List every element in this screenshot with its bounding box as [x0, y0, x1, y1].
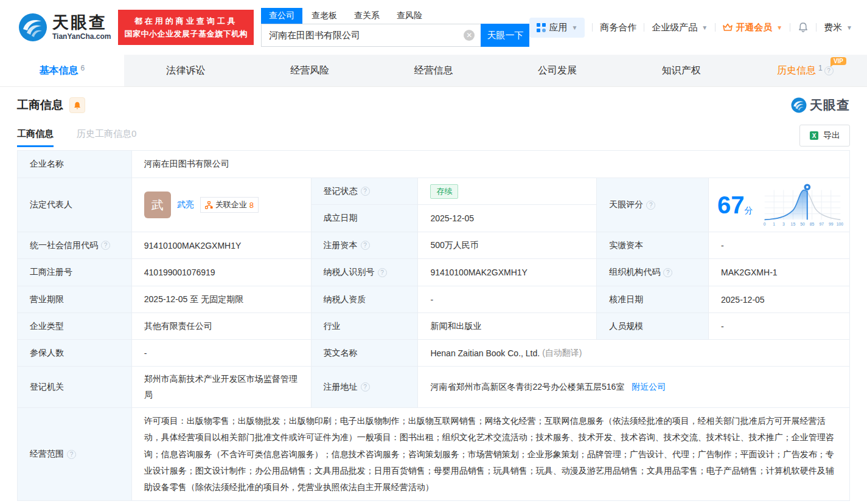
top-nav: 应用 ▼ 商务合作 企业级产品 ▼ 开通会员 ▼ 费米	[529, 18, 852, 38]
table-row: 参保人数 - 英文名称 Henan Zaitian Book Co., Ltd.…	[18, 340, 850, 367]
subtab-history-business-info[interactable]: 历史工商信息0	[77, 128, 136, 147]
apps-grid-icon	[537, 23, 546, 32]
logo-title: 天眼查	[52, 14, 111, 32]
username: 费米	[824, 22, 842, 33]
search-tab-relation[interactable]: 查关系	[346, 8, 388, 24]
table-row: 法定代表人 武 武亮 关联企业 8	[18, 178, 850, 205]
svg-text:99: 99	[829, 222, 834, 226]
help-icon[interactable]	[824, 66, 834, 75]
industry-value: 新闻和出版业	[418, 313, 597, 340]
nearby-companies-link[interactable]: 附近公司	[632, 382, 666, 392]
company-tab-bar: 基本信息 6 法律诉讼 经营风险 经营信息 公司发展 知识产权 VIP 历史信息…	[0, 55, 867, 87]
help-icon[interactable]	[101, 241, 110, 250]
svg-text:0: 0	[764, 222, 766, 226]
bell-icon	[798, 22, 809, 33]
reg-authority-label: 登记机关	[18, 367, 132, 408]
tab-company-development[interactable]: 公司发展	[495, 55, 619, 86]
help-icon[interactable]	[361, 241, 370, 250]
org-code-label: 组织机构代码	[597, 259, 709, 286]
nav-apps-label: 应用	[549, 22, 567, 33]
svg-text:1: 1	[773, 222, 775, 226]
svg-text:15: 15	[791, 222, 796, 226]
tab-intellectual-property[interactable]: 知识产权	[619, 55, 743, 86]
tab-history-info-label: 历史信息	[777, 64, 816, 77]
credit-code-label: 统一社会信用代码	[18, 232, 132, 259]
credit-code-value: 91410100MAK2GXMH1Y	[131, 232, 311, 259]
help-icon[interactable]	[67, 450, 76, 459]
search-area: 查公司 查老板 查关系 查风险 ✕ 天眼一下	[261, 8, 529, 47]
industry-label: 行业	[311, 313, 418, 340]
reg-number-value: 410199001076919	[131, 259, 311, 286]
help-icon[interactable]	[361, 382, 370, 392]
svg-text:50: 50	[800, 222, 805, 226]
svg-text:100: 100	[837, 222, 843, 226]
staff-size-value: -	[709, 313, 850, 340]
search-tab-boss[interactable]: 查老板	[304, 8, 345, 24]
user-menu[interactable]: 费米 ▼	[824, 22, 852, 33]
tab-company-development-label: 公司发展	[538, 64, 577, 77]
chevron-down-icon: ▼	[702, 24, 708, 31]
legal-rep-name-link[interactable]: 武亮	[177, 199, 194, 210]
search-tab-company[interactable]: 查公司	[261, 8, 302, 24]
insured-label: 参保人数	[18, 340, 132, 367]
address-value: 河南省郑州市高新区冬青街22号办公楼第五层516室 附近公司	[418, 367, 850, 408]
business-info-table: 企业名称 河南在田图书有限公司 法定代表人 武 武亮 关联企业	[17, 150, 850, 501]
chevron-down-icon: ▼	[846, 24, 852, 31]
business-scope-value: 许可项目：出版物零售；出版物批发；出版物印刷；电子出版物制作；出版物互联网销售；…	[131, 408, 849, 501]
reg-number-label: 工商注册号	[18, 259, 132, 286]
tab-operation-info[interactable]: 经营信息	[372, 55, 496, 86]
section-title: 工商信息	[17, 97, 63, 113]
promo-line2: 国家中小企业发展子基金旗下机构	[124, 27, 248, 40]
help-icon[interactable]	[646, 201, 655, 210]
help-icon[interactable]	[663, 268, 672, 277]
search-input[interactable]	[261, 24, 481, 47]
tab-legal-litigation[interactable]: 法律诉讼	[124, 55, 248, 86]
tab-basic-info-count: 6	[80, 64, 85, 72]
establish-date-value: 2025-12-05	[418, 205, 597, 232]
divider	[816, 23, 817, 32]
nav-enterprise-product-label: 企业级产品	[652, 22, 697, 33]
related-companies-badge[interactable]: 关联企业 8	[200, 197, 259, 213]
nav-open-vip[interactable]: 开通会员 ▼	[723, 22, 782, 33]
search-tab-risk[interactable]: 查风险	[389, 8, 430, 24]
company-type-value: 其他有限责任公司	[131, 313, 311, 340]
company-type-label: 企业类型	[18, 313, 132, 340]
bell-icon	[73, 101, 82, 110]
promo-banner: 都在用的商业查询工具 国家中小企业发展子基金旗下机构	[118, 10, 254, 46]
export-button[interactable]: X 导出	[799, 125, 850, 147]
help-icon[interactable]	[361, 187, 370, 196]
tab-basic-info[interactable]: 基本信息 6	[0, 55, 124, 86]
business-term-value: 2025-12-05 至 无固定期限	[131, 286, 311, 313]
nav-apps[interactable]: 应用 ▼	[529, 18, 585, 38]
reg-status-label: 登记状态	[311, 178, 418, 205]
company-name-value: 河南在田图书有限公司	[131, 151, 849, 178]
subtab-business-info[interactable]: 工商信息	[17, 128, 54, 147]
vip-badge: VIP	[830, 57, 846, 65]
reg-capital-value: 500万人民币	[418, 232, 597, 259]
legal-rep-avatar[interactable]: 武	[144, 192, 171, 218]
monitor-bell-button[interactable]	[69, 97, 85, 113]
logo-domain: TianYanCha.com	[52, 33, 111, 41]
tab-operation-info-label: 经营信息	[414, 64, 453, 77]
legal-rep-label: 法定代表人	[18, 178, 132, 232]
search-button[interactable]: 天眼一下	[481, 24, 529, 47]
svg-text:97: 97	[819, 222, 824, 226]
nav-business-cooperation[interactable]: 商务合作	[600, 22, 636, 33]
nav-enterprise-product[interactable]: 企业级产品 ▼	[652, 22, 708, 33]
notification-bell[interactable]	[798, 22, 809, 33]
tab-operation-risk-label: 经营风险	[290, 64, 329, 77]
score-label: 天眼评分	[597, 178, 709, 232]
auto-translate-note: (自动翻译)	[542, 348, 582, 359]
help-icon[interactable]	[378, 268, 387, 277]
tab-operation-risk[interactable]: 经营风险	[248, 55, 372, 86]
tianyancha-logo[interactable]: 天眼查 TianYanCha.com	[18, 13, 111, 42]
reg-status-value: 存续	[418, 178, 597, 205]
business-term-label: 营业期限	[18, 286, 132, 313]
english-name-value: Henan Zaitian Book Co., Ltd. (自动翻译)	[418, 340, 850, 367]
tab-history-info[interactable]: VIP 历史信息 1	[743, 55, 867, 86]
divider	[644, 23, 644, 32]
related-companies-count: 8	[249, 201, 254, 210]
chevron-down-icon: ▼	[571, 24, 577, 31]
taxpayer-id-value: 91410100MAK2GXMH1Y	[418, 259, 597, 286]
address-label: 注册地址	[311, 367, 418, 408]
